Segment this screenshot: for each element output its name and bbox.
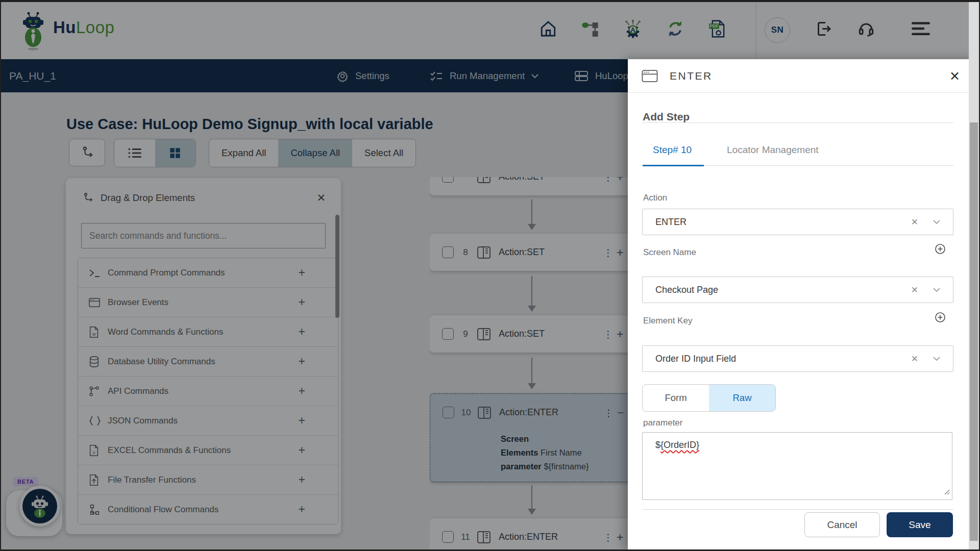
cancel-button[interactable]: Cancel — [804, 512, 880, 537]
parameter-value: {OrderID} — [660, 440, 699, 450]
action-value: ENTER — [655, 217, 687, 228]
huloop-app: HuLoop — [0, 0, 980, 551]
parameter-label: parameter — [643, 418, 682, 428]
page-scrollbar-thumb[interactable] — [970, 122, 978, 541]
panel-tabs: Step# 10 Locator Management — [643, 136, 953, 166]
tab-step[interactable]: Step# 10 — [650, 136, 695, 164]
page-scrollbar — [969, 0, 979, 551]
form-raw-toggle: Form Raw — [642, 384, 776, 412]
footer-divider — [643, 509, 953, 510]
active-tab-indicator — [643, 165, 704, 166]
clear-icon[interactable]: ✕ — [908, 216, 921, 228]
browser-window-icon — [641, 68, 658, 84]
step-editor-panel: ENTER ✕ Add Step Step# 10 Locator Manage… — [628, 59, 980, 551]
tab-locator-management[interactable]: Locator Management — [724, 136, 822, 164]
form-mode-button[interactable]: Form — [643, 385, 709, 411]
screen-name-label: Screen Name — [643, 247, 696, 258]
close-icon[interactable]: ✕ — [946, 68, 963, 84]
action-label: Action — [643, 193, 667, 203]
element-key-select[interactable]: Order ID Input Field ✕ — [642, 345, 953, 372]
resize-handle-icon[interactable] — [944, 487, 950, 497]
add-screen-icon[interactable] — [934, 243, 946, 255]
screen-name-select[interactable]: Checkout Page ✕ — [642, 277, 953, 303]
chevron-down-icon[interactable] — [933, 356, 941, 361]
clear-icon[interactable]: ✕ — [908, 353, 921, 365]
add-step-heading: Add Step — [643, 111, 690, 123]
element-key-label: Element Key — [643, 316, 692, 326]
section-divider — [643, 122, 953, 123]
raw-mode-button[interactable]: Raw — [709, 385, 775, 411]
save-button[interactable]: Save — [887, 512, 953, 537]
chevron-down-icon[interactable] — [933, 287, 941, 292]
parameter-textarea[interactable]: ${OrderID} — [642, 432, 952, 500]
window-border — [0, 0, 1, 551]
add-element-icon[interactable] — [934, 311, 946, 323]
screen-name-value: Checkout Page — [655, 285, 718, 295]
window-border — [0, 0, 980, 2]
action-select[interactable]: ENTER ✕ — [642, 209, 953, 235]
element-key-value: Order ID Input Field — [655, 354, 736, 364]
panel-title: ENTER — [670, 70, 713, 82]
panel-header: ENTER ✕ — [628, 59, 980, 93]
clear-icon[interactable]: ✕ — [908, 284, 921, 296]
parameter-value-prefix: $ — [655, 440, 660, 450]
chevron-down-icon[interactable] — [933, 219, 941, 224]
